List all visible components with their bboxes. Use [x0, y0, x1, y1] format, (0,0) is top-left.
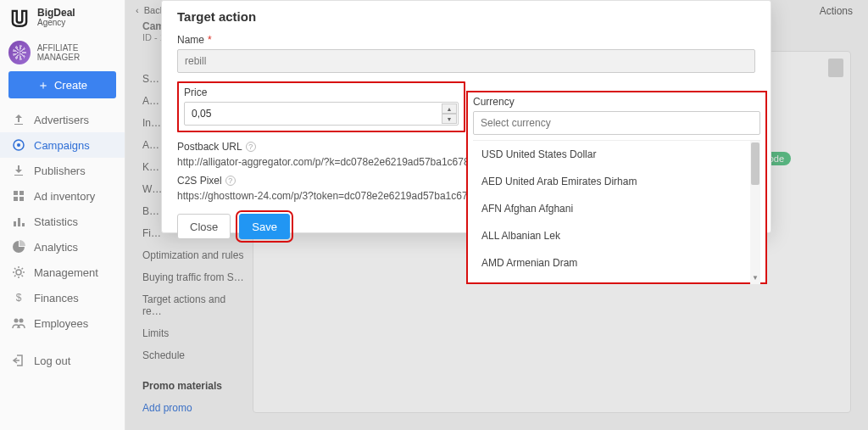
brand-mark-icon	[8, 7, 31, 29]
nav-analytics[interactable]: Analytics	[0, 234, 125, 260]
currency-dropdown-list: USD United States Dollar AED United Arab…	[473, 140, 760, 284]
svg-text:$: $	[16, 292, 22, 304]
sidebar: BigDeal Agency AFFILIATE MANAGER ＋ Creat…	[0, 0, 125, 430]
nav-label: Campaigns	[34, 139, 90, 152]
currency-option[interactable]: AED United Arab Emirates Dirham	[473, 168, 760, 195]
primary-nav: Advertisers Campaigns Publishers Ad inve…	[0, 107, 125, 373]
dollar-icon: $	[12, 291, 25, 304]
nav-label: Analytics	[34, 241, 78, 254]
grid-icon	[12, 189, 25, 203]
upload-icon	[12, 113, 25, 126]
currency-option[interactable]: USD United States Dollar	[473, 141, 760, 168]
price-spinner[interactable]: ▲ ▼	[442, 103, 457, 124]
nav-statistics[interactable]: Statistics	[0, 209, 125, 234]
nav-logout[interactable]: Log out	[0, 348, 125, 373]
svg-point-1	[17, 143, 20, 147]
user-role-row[interactable]: AFFILIATE MANAGER	[0, 36, 125, 71]
nav-publishers[interactable]: Publishers	[0, 158, 125, 183]
svg-point-12	[19, 319, 24, 323]
spinner-down-icon[interactable]: ▼	[442, 114, 457, 124]
nav-finances[interactable]: $ Finances	[0, 285, 125, 310]
scroll-thumb[interactable]	[751, 142, 760, 185]
gear-icon	[12, 265, 25, 279]
nav-label: Publishers	[34, 165, 86, 177]
spinner-up-icon[interactable]: ▲	[442, 103, 457, 114]
avatar-icon	[8, 41, 31, 64]
currency-label: Currency	[473, 96, 760, 108]
save-button[interactable]: Save	[239, 214, 290, 239]
brand-subtitle: Agency	[37, 19, 75, 28]
nav-campaigns[interactable]: Campaigns	[0, 132, 125, 158]
nav-label: Statistics	[34, 215, 78, 228]
currency-option[interactable]: AMD Armenian Dram	[473, 249, 760, 276]
currency-select-input[interactable]	[473, 111, 760, 135]
svg-point-11	[14, 319, 19, 323]
price-input[interactable]	[184, 102, 459, 126]
nav-management[interactable]: Management	[0, 260, 125, 285]
logout-icon	[12, 354, 25, 367]
svg-rect-6	[14, 221, 16, 226]
create-button[interactable]: ＋ Create	[8, 71, 116, 98]
currency-field-highlight: Currency USD United States Dollar AED Un…	[466, 91, 767, 284]
svg-rect-8	[22, 223, 25, 226]
currency-option[interactable]: ALL Albanian Lek	[473, 222, 760, 249]
svg-rect-5	[19, 197, 24, 201]
currency-option[interactable]: ANG Netherlands Antillean Guilder	[473, 276, 760, 284]
nav-advertisers[interactable]: Advertisers	[0, 107, 125, 132]
svg-rect-4	[14, 197, 18, 201]
nav-label: Ad inventory	[34, 190, 95, 203]
price-label: Price	[184, 87, 459, 98]
nav-label: Finances	[34, 292, 79, 304]
name-input[interactable]	[177, 49, 755, 73]
svg-rect-3	[19, 191, 24, 195]
help-icon[interactable]: ?	[225, 176, 236, 186]
svg-point-9	[16, 270, 21, 275]
scroll-down-icon[interactable]: ▼	[750, 274, 760, 284]
modal-title: Target action	[177, 9, 755, 24]
pie-icon	[12, 240, 25, 254]
nav-label: Management	[34, 266, 98, 279]
svg-rect-7	[18, 218, 20, 226]
c2s-pixel-value: https://ghosttown-24.com/p/3?token=dc078…	[177, 190, 474, 202]
bars-icon	[12, 215, 25, 228]
people-icon	[12, 316, 25, 330]
download-icon	[12, 164, 25, 177]
help-icon[interactable]: ?	[246, 142, 256, 152]
required-indicator: *	[208, 34, 212, 46]
nav-label: Employees	[34, 317, 88, 330]
user-role: AFFILIATE MANAGER	[37, 43, 116, 62]
nav-label: Log out	[34, 355, 70, 367]
nav-ad-inventory[interactable]: Ad inventory	[0, 183, 125, 209]
price-field-highlight: Price ▲ ▼	[177, 81, 465, 132]
create-button-label: Create	[54, 79, 87, 92]
currency-scrollbar[interactable]: ▲ ▼	[750, 141, 760, 284]
currency-option[interactable]: AFN Afghan Afghani	[473, 195, 760, 222]
target-icon	[12, 138, 25, 152]
brand-logo: BigDeal Agency	[0, 0, 125, 36]
nav-label: Advertisers	[34, 114, 89, 126]
nav-separator	[0, 336, 125, 348]
nav-employees[interactable]: Employees	[0, 310, 125, 336]
close-button[interactable]: Close	[177, 214, 231, 239]
svg-rect-2	[14, 191, 18, 195]
postback-url-value: http://alligator-aggregator.com/p/?k=dc0…	[177, 156, 474, 168]
name-label: Name *	[177, 34, 755, 46]
